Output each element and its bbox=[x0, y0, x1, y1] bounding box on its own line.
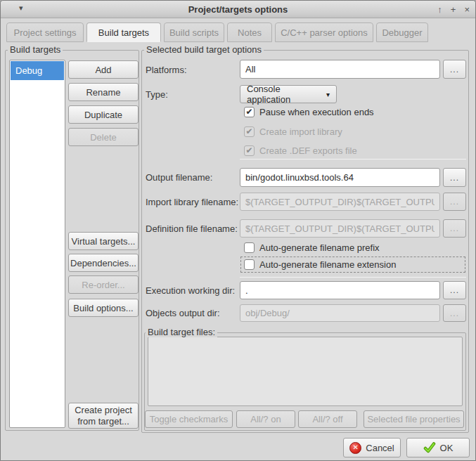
target-list-item-debug[interactable]: Debug bbox=[11, 61, 64, 80]
tab-project-settings[interactable]: Project settings bbox=[6, 22, 84, 42]
build-targets-list[interactable]: Debug bbox=[9, 60, 65, 428]
output-filename-browse-button[interactable]: ... bbox=[443, 168, 466, 187]
virtual-targets-button[interactable]: Virtual targets... bbox=[68, 232, 139, 250]
ok-button[interactable]: OK bbox=[406, 438, 470, 457]
tab-notes[interactable]: Notes bbox=[227, 22, 272, 42]
project-targets-options-dialog: ▾ Project/targets options ↑ + × Project … bbox=[0, 0, 476, 461]
output-filename-label: Output filename: bbox=[146, 172, 212, 183]
definition-file-browse-button: ... bbox=[443, 219, 466, 238]
tab-build-targets[interactable]: Build targets bbox=[86, 22, 161, 42]
build-targets-group-label: Build targets bbox=[8, 44, 63, 55]
cancel-button-label: Cancel bbox=[366, 443, 394, 453]
tab-cpp-parser-options[interactable]: C/C++ parser options bbox=[275, 22, 373, 42]
type-dropdown[interactable]: Console application ▾ bbox=[240, 85, 337, 103]
all-off-button: All/? off bbox=[298, 410, 357, 428]
checkmark-icon: ✔ bbox=[245, 146, 252, 155]
dependencies-button[interactable]: Dependencies... bbox=[68, 254, 139, 272]
auto-generate-filename-extension-label: Auto-generate filename extension bbox=[259, 259, 396, 270]
import-library-filename-label: Import library filename: bbox=[146, 197, 238, 207]
checkbox-unchecked-icon[interactable] bbox=[244, 259, 255, 270]
type-dropdown-value: Console application bbox=[247, 84, 321, 105]
build-options-button[interactable]: Build options... bbox=[68, 299, 139, 317]
delete-button: Delete bbox=[68, 128, 139, 146]
create-project-from-target-button[interactable]: Create project from target... bbox=[68, 403, 139, 429]
chevron-down-icon: ▾ bbox=[326, 91, 330, 98]
rename-button[interactable]: Rename bbox=[68, 83, 139, 101]
create-import-library-label: Create import library bbox=[259, 126, 342, 137]
create-def-exports-file-checkbox: ✔ Create .DEF exports file bbox=[244, 145, 357, 156]
window-title: Project/targets options bbox=[1, 4, 475, 15]
checkmark-icon: ✔ bbox=[245, 108, 252, 116]
cancel-button[interactable]: ✕ Cancel bbox=[343, 438, 401, 457]
checkbox-checked-icon: ✔ bbox=[244, 126, 255, 137]
shade-window-icon[interactable]: ↑ bbox=[437, 5, 442, 14]
cancel-icon: ✕ bbox=[349, 442, 361, 454]
objects-output-dir-input bbox=[240, 304, 440, 322]
create-def-exports-file-label: Create .DEF exports file bbox=[259, 145, 357, 156]
objects-output-dir-browse-button: ... bbox=[443, 304, 466, 322]
window-controls: ↑ + × bbox=[437, 1, 470, 18]
platforms-label: Platforms: bbox=[146, 65, 187, 75]
all-on-button: All/? on bbox=[236, 410, 295, 428]
execution-working-dir-label: Execution working dir: bbox=[146, 285, 235, 296]
checkbox-checked-icon: ✔ bbox=[244, 145, 255, 156]
build-target-files-label: Build target files: bbox=[146, 327, 217, 337]
pause-when-execution-ends-checkbox[interactable]: ✔ Pause when execution ends bbox=[244, 107, 374, 117]
checkmark-icon: ✔ bbox=[245, 127, 252, 136]
type-label: Type: bbox=[146, 89, 168, 100]
tab-bar: Project settings Build targets Build scr… bbox=[6, 22, 428, 42]
pause-when-execution-ends-label: Pause when execution ends bbox=[259, 107, 374, 117]
selected-build-target-options-label: Selected build target options bbox=[144, 44, 264, 55]
platforms-input[interactable] bbox=[240, 60, 440, 79]
create-import-library-checkbox: ✔ Create import library bbox=[244, 126, 342, 137]
execution-working-dir-input[interactable] bbox=[240, 281, 440, 299]
tab-build-scripts[interactable]: Build scripts bbox=[164, 22, 224, 42]
toggle-checkmarks-button: Toggle checkmarks bbox=[145, 410, 233, 428]
ok-button-label: OK bbox=[440, 443, 454, 453]
definition-file-filename-label: Definition file filename: bbox=[146, 223, 238, 234]
selected-file-properties-button: Selected file properties bbox=[364, 410, 464, 428]
auto-generate-filename-prefix-checkbox[interactable]: Auto-generate filename prefix bbox=[244, 242, 380, 253]
duplicate-button[interactable]: Duplicate bbox=[68, 105, 139, 124]
import-library-browse-button: ... bbox=[443, 193, 466, 211]
maximize-window-icon[interactable]: + bbox=[451, 5, 456, 14]
objects-output-dir-label: Objects output dir: bbox=[146, 308, 220, 318]
separator bbox=[240, 159, 466, 160]
tab-debugger[interactable]: Debugger bbox=[376, 22, 428, 42]
platforms-browse-button[interactable]: ... bbox=[443, 60, 466, 79]
execution-working-dir-browse-button[interactable]: ... bbox=[443, 281, 466, 299]
ok-check-icon bbox=[423, 442, 436, 453]
output-filename-input[interactable] bbox=[240, 168, 440, 187]
separator bbox=[240, 277, 466, 278]
build-target-files-list[interactable] bbox=[148, 337, 463, 406]
import-library-filename-input bbox=[240, 193, 440, 211]
title-bar[interactable]: ▾ Project/targets options ↑ + × bbox=[1, 1, 475, 18]
close-window-icon[interactable]: × bbox=[464, 5, 470, 14]
auto-generate-filename-extension-checkbox[interactable]: Auto-generate filename extension bbox=[244, 259, 396, 270]
add-button[interactable]: Add bbox=[68, 60, 139, 79]
auto-generate-filename-prefix-label: Auto-generate filename prefix bbox=[259, 242, 380, 253]
checkbox-unchecked-icon[interactable] bbox=[244, 242, 255, 253]
definition-file-filename-input bbox=[240, 219, 440, 238]
checkbox-checked-icon[interactable]: ✔ bbox=[244, 107, 255, 117]
reorder-button: Re-order... bbox=[68, 275, 139, 294]
window-menu-icon[interactable]: ▾ bbox=[19, 4, 23, 13]
